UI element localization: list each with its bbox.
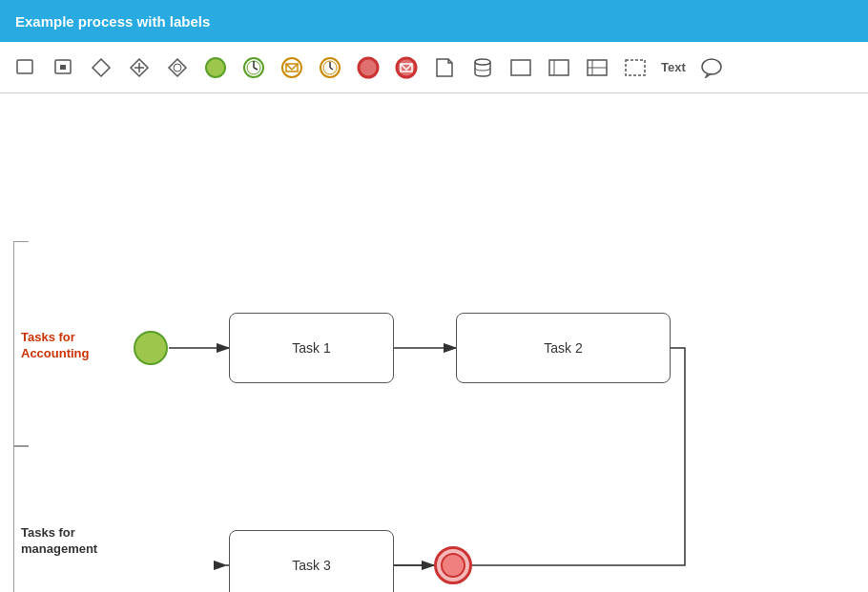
- end-event[interactable]: [434, 546, 472, 584]
- tool-rect1[interactable]: [504, 51, 538, 85]
- svg-point-20: [359, 58, 378, 77]
- svg-marker-7: [169, 59, 186, 76]
- lane2-text: Tasks for management: [21, 525, 97, 556]
- canvas[interactable]: Tasks for Accounting Tasks for managemen…: [0, 93, 868, 592]
- svg-point-31: [702, 59, 721, 74]
- task2-box[interactable]: Task 2: [456, 313, 671, 383]
- tool-pointer[interactable]: [8, 51, 42, 85]
- tool-rect3[interactable]: [580, 51, 614, 85]
- svg-point-21: [397, 58, 416, 77]
- lane2-label: Tasks for management: [21, 525, 97, 558]
- svg-rect-2: [60, 65, 66, 70]
- svg-rect-24: [511, 60, 530, 75]
- lane1-label: Tasks for Accounting: [21, 330, 90, 362]
- tool-circle-diamond[interactable]: [160, 51, 195, 85]
- svg-point-8: [174, 64, 181, 71]
- arrows-svg: [0, 93, 868, 592]
- tool-database[interactable]: [465, 51, 500, 85]
- svg-point-14: [282, 58, 301, 77]
- tool-lasso[interactable]: [46, 51, 80, 85]
- svg-rect-30: [626, 60, 645, 75]
- tool-callout[interactable]: [694, 51, 729, 85]
- tool-end-message[interactable]: [389, 51, 424, 85]
- tool-message-event[interactable]: [275, 51, 309, 85]
- header-title: Example process with labels: [15, 13, 210, 30]
- tool-text[interactable]: Text: [656, 51, 691, 85]
- task3-label: Task 3: [292, 558, 330, 573]
- tool-start-event[interactable]: [198, 51, 233, 85]
- tool-document[interactable]: [427, 51, 462, 85]
- tool-diamond[interactable]: [84, 51, 118, 85]
- tool-plus-diamond[interactable]: [122, 51, 156, 85]
- toolbar: Text: [0, 42, 868, 93]
- svg-rect-0: [17, 60, 32, 73]
- svg-rect-25: [549, 60, 568, 75]
- tool-timer-event[interactable]: [237, 51, 271, 85]
- start-event[interactable]: [134, 331, 168, 365]
- header: Example process with labels: [0, 0, 868, 42]
- text-tool-label: Text: [661, 60, 686, 74]
- tool-rect2[interactable]: [542, 51, 576, 85]
- tool-end-event[interactable]: [351, 51, 385, 85]
- task1-label: Task 1: [292, 340, 330, 356]
- task1-box[interactable]: Task 1: [229, 313, 394, 383]
- lane2-bracket: [13, 446, 29, 592]
- svg-marker-3: [93, 59, 110, 76]
- task3-box[interactable]: Task 3: [229, 530, 394, 592]
- svg-point-9: [206, 58, 225, 77]
- tool-clock-event[interactable]: [313, 51, 347, 85]
- lane1-text: Tasks for Accounting: [21, 330, 90, 360]
- tool-dashed-rect[interactable]: [618, 51, 652, 85]
- task2-label: Task 2: [544, 340, 582, 356]
- svg-point-23: [475, 59, 490, 65]
